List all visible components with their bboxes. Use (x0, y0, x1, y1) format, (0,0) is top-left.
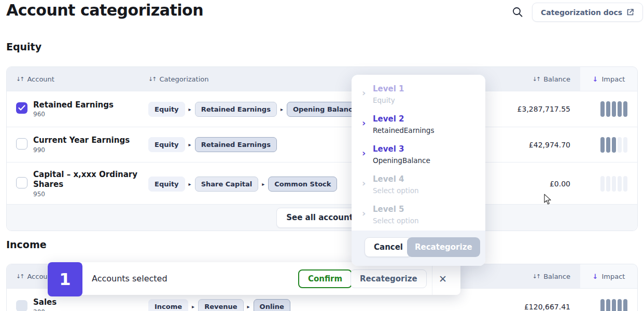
column-header-account[interactable]: ↓↑ Account (16, 75, 148, 83)
balance-value: £120,667.41 (492, 303, 580, 311)
category-tag[interactable]: Common Stock (268, 177, 337, 192)
selection-bar-label: Accounts selected (92, 262, 167, 295)
popup-level-5[interactable]: › Level 5 Select option (362, 205, 419, 225)
account-name: Current Year Earnings (33, 136, 141, 145)
row-checkbox[interactable] (16, 177, 27, 188)
section-heading-income: Income (6, 239, 47, 250)
table-row-current-year-earnings: Current Year Earnings 990 Equity ▸ Retai… (7, 127, 637, 162)
tag-arrow-icon: ▸ (189, 106, 191, 112)
column-header-balance[interactable]: ↓↑ Balance (492, 273, 580, 280)
category-tag[interactable]: Online (254, 299, 290, 311)
categorization-docs-label: Categorization docs (541, 8, 622, 17)
table-row-capital-ordinary-shares: Capital – x,xxx Ordinary Shares 950 Equi… (7, 162, 637, 205)
search-icon[interactable] (511, 6, 524, 19)
impact-meter (580, 101, 637, 117)
balance-value: £0.00 (492, 180, 580, 188)
level-value: Select option (373, 186, 419, 195)
column-header-impact[interactable]: ↓ Impact (580, 75, 637, 83)
sort-desc-icon: ↓ (593, 75, 598, 83)
chevron-right-icon: › (362, 118, 368, 128)
category-tag[interactable]: Share Capital (195, 177, 259, 192)
balance-value: £42,974.70 (492, 141, 580, 149)
external-link-icon (626, 8, 634, 16)
popup-recategorize-button[interactable]: Recategorize (407, 237, 480, 257)
level-label: Level 1 (373, 84, 404, 94)
column-header-impact[interactable]: ↓ Impact (580, 273, 637, 280)
check-icon (18, 105, 25, 111)
popup-footer: Cancel Recategorize (352, 231, 485, 266)
page-title: Account categorization (6, 1, 203, 19)
level-label: Level 2 (373, 114, 434, 125)
recategorize-popup: › Level 1 Equity › Level 2 RetainedEarni… (352, 75, 485, 266)
sort-icon: ↓↑ (148, 76, 156, 83)
chevron-right-icon: › (362, 148, 368, 158)
tag-arrow-icon: ▸ (189, 181, 191, 187)
close-icon[interactable]: ✕ (436, 272, 450, 286)
tag-arrow-icon: ▸ (247, 304, 250, 309)
tag-arrow-icon: ▸ (262, 181, 264, 187)
equity-table-footer: See all accounts (7, 204, 637, 231)
divider (432, 262, 432, 295)
popup-level-1[interactable]: › Level 1 Equity (362, 84, 404, 104)
equity-table-header: ↓↑ Account ↓↑ Categorization ↓↑ Balance … (7, 67, 637, 91)
selection-bar: 1 Accounts selected Confirm Recategorize… (48, 262, 460, 295)
category-tag[interactable]: Revenue (198, 299, 243, 311)
category-tag[interactable]: Income (148, 299, 188, 311)
confirm-button[interactable]: Confirm (298, 269, 352, 288)
level-label: Level 3 (373, 144, 430, 155)
impact-meter (580, 137, 637, 153)
row-checkbox[interactable] (16, 102, 27, 114)
level-value: RetainedEarnings (373, 126, 434, 134)
account-code: 200 (33, 308, 141, 311)
account-name: Capital – x,xxx Ordinary Shares (33, 170, 141, 190)
level-value: OpeningBalance (373, 156, 430, 165)
category-tag[interactable]: Retained Earnings (195, 137, 277, 152)
level-label: Level 5 (373, 205, 419, 215)
tag-arrow-icon: ▸ (189, 142, 191, 147)
account-code: 950 (33, 191, 141, 198)
column-header-balance[interactable]: ↓↑ Balance (492, 75, 580, 83)
popup-level-4[interactable]: › Level 4 Select option (362, 174, 419, 195)
account-name: Retained Earnings (33, 100, 141, 110)
account-code: 990 (33, 146, 141, 154)
category-tag[interactable]: Retained Earnings (195, 102, 277, 117)
tag-arrow-icon: ▸ (281, 106, 283, 112)
category-tag[interactable]: Equity (148, 102, 185, 117)
equity-table: ↓↑ Account ↓↑ Categorization ↓↑ Balance … (6, 66, 638, 231)
section-heading-equity: Equity (6, 41, 41, 52)
sort-icon: ↓↑ (533, 76, 540, 83)
category-tag[interactable]: Equity (148, 177, 185, 192)
sort-icon: ↓↑ (16, 76, 23, 83)
impact-meter (580, 299, 637, 311)
popup-level-2[interactable]: › Level 2 RetainedEarnings (362, 114, 434, 134)
level-value: Select option (373, 217, 419, 225)
level-label: Level 4 (373, 174, 419, 185)
chevron-right-icon: › (362, 179, 368, 188)
row-checkbox[interactable] (16, 138, 27, 150)
balance-value: £3,287,717.55 (492, 105, 580, 113)
sort-icon: ↓↑ (16, 273, 23, 280)
sort-desc-icon: ↓ (593, 273, 598, 280)
chevron-right-icon: › (362, 209, 368, 218)
popup-level-3[interactable]: › Level 3 OpeningBalance (362, 144, 430, 165)
selected-count-badge: 1 (48, 262, 82, 296)
account-code: 960 (33, 111, 141, 118)
chevron-right-icon: › (362, 88, 368, 98)
row-checkbox[interactable] (16, 300, 27, 311)
table-row-retained-earnings: Retained Earnings 960 Equity ▸ Retained … (7, 91, 637, 127)
category-tag[interactable]: Equity (148, 137, 185, 152)
account-categorization-page: Account categorization Categorization do… (0, 0, 644, 311)
categorization-docs-button[interactable]: Categorization docs (532, 3, 643, 22)
impact-meter (580, 176, 637, 192)
tag-arrow-icon: ▸ (192, 304, 194, 309)
cancel-button[interactable]: Cancel (365, 237, 412, 257)
account-name: Sales (33, 298, 141, 307)
recategorize-button[interactable]: Recategorize (351, 269, 427, 288)
level-value: Equity (373, 96, 404, 104)
sort-icon: ↓↑ (533, 273, 540, 280)
